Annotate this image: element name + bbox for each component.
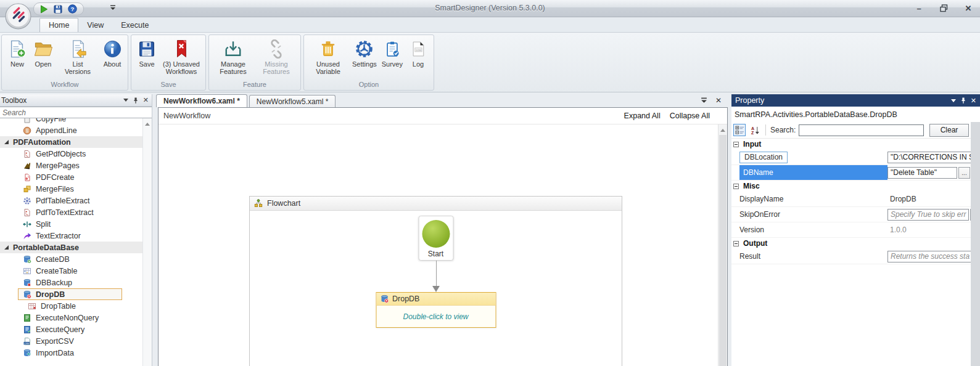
tab-view[interactable]: View [78, 18, 112, 32]
property-row-version[interactable]: Version 1.0.0 [731, 222, 971, 238]
toolbox-item-appendline[interactable]: AppendLine [0, 124, 142, 136]
property-name[interactable]: DBName [739, 165, 887, 180]
toolbox-item-mergepages[interactable]: MergePages [0, 160, 142, 171]
toolbox-category-pdfautomation[interactable]: PDFAutomation [0, 136, 142, 148]
play-icon [40, 5, 48, 14]
toolbox-item-getpdfobjects[interactable]: GetPdfObjects [0, 148, 142, 160]
toolbox-scrollbar[interactable] [142, 118, 152, 366]
toolbox-item-pdftableextract[interactable]: PdfTableExtract [0, 195, 142, 206]
property-row-skiponerror[interactable]: SkipOnError Specify True to skip err ... [731, 207, 971, 222]
collapse-all-button[interactable]: Collapse All [670, 112, 710, 120]
dbname-ellipsis-button[interactable]: ... [958, 167, 970, 179]
tab-newworkflow6[interactable]: NewWorkflow6.xaml * [156, 94, 247, 107]
tab-newworkflow5[interactable]: NewWorkflow5.xaml * [249, 95, 336, 107]
category-output[interactable]: Output [731, 238, 971, 249]
property-name[interactable]: DisplayName [739, 192, 887, 206]
dropdb-activity-node[interactable]: DropDB Double-click to view [376, 292, 496, 328]
toolbox-item-droptable[interactable]: DropTable [0, 300, 142, 312]
property-name[interactable]: Result [739, 249, 887, 264]
toolbox-item-split[interactable]: Split [0, 218, 142, 230]
unused-variable-button[interactable]: Unused Variable [307, 37, 350, 76]
flowchart-activity[interactable]: Flowchart Start [249, 196, 622, 366]
displayname-value[interactable]: DropDB [887, 195, 916, 203]
log-button[interactable]: LOG Log [405, 37, 431, 68]
tab-close-icon[interactable]: ✕ [715, 96, 722, 105]
toolbox-item-pdftotextextract[interactable]: PdfToTextExtract [0, 206, 142, 218]
category-input[interactable]: Input [731, 139, 971, 150]
pin-icon[interactable] [961, 97, 966, 104]
toolbox-item-executequery[interactable]: ExecuteQuery [0, 323, 142, 335]
category-misc[interactable]: Misc [731, 181, 971, 192]
save-button[interactable]: Save [134, 37, 160, 68]
toolbox-category-portabledatabase[interactable]: PortableDataBase [0, 242, 142, 253]
toolbox-item-executenonquery[interactable]: ExecuteNonQuery [0, 312, 142, 323]
property-name-focus[interactable]: DBLocation [739, 152, 788, 163]
sort-alphabetical-button[interactable]: A Z [749, 124, 761, 136]
toolbox-item-textextractor[interactable]: TextExtractor [0, 230, 142, 242]
property-menu-icon[interactable] [951, 99, 956, 105]
property-name[interactable]: SkipOnError [739, 207, 887, 222]
survey-button[interactable]: Survey [379, 37, 405, 68]
property-row-dblocation[interactable]: DBLocation "D:\CORRECTIONS IN S ... [731, 150, 971, 165]
skiponerror-value-input[interactable]: Specify True to skip err [887, 209, 969, 221]
manage-features-button[interactable]: Manage Features [212, 37, 255, 76]
toolbox-close-icon[interactable]: ✕ [143, 96, 149, 104]
minimize-button[interactable]: – [911, 2, 927, 14]
toolbox-item-copyfile[interactable]: CopyFile [0, 118, 142, 124]
toolbox-item-pdfcreate[interactable]: PDFCreate [0, 171, 142, 183]
dbname-value-input[interactable]: "Delete Table" [887, 167, 957, 179]
toolbox-item-dbbackup[interactable]: DBBackup [0, 277, 142, 288]
close-button[interactable]: ✕ [960, 2, 976, 14]
list-versions-button[interactable]: List Versions [56, 37, 99, 76]
property-row-displayname[interactable]: DisplayName DropDB [731, 192, 971, 207]
help-button[interactable]: ? [67, 4, 77, 14]
toolbox-title: Toolbox [1, 96, 123, 105]
qat-menu-button[interactable] [110, 5, 117, 10]
open-button[interactable]: Open [30, 37, 56, 68]
dropdb-activity-title: DropDB [392, 295, 419, 303]
collapse-minus-icon[interactable] [733, 241, 739, 246]
breadcrumb[interactable]: NewWorkflow [163, 112, 624, 120]
property-search-input[interactable] [799, 124, 924, 136]
app-logo[interactable] [5, 3, 31, 30]
clear-button[interactable]: Clear [929, 124, 969, 137]
expand-all-button[interactable]: Expand All [624, 112, 661, 120]
toolbox-menu-icon[interactable] [123, 99, 128, 104]
designer-area: NewWorkflow6.xaml * NewWorkflow5.xaml * … [156, 94, 731, 366]
tab-list-icon[interactable] [701, 97, 707, 104]
collapse-minus-icon[interactable] [733, 184, 739, 189]
new-button[interactable]: New [4, 37, 30, 68]
settings-button[interactable]: Settings [350, 37, 379, 68]
property-row-result[interactable]: Result Returns the success sta ... [731, 249, 971, 264]
start-node[interactable]: Start [418, 216, 453, 261]
toolbox-item-createdb[interactable]: CreateDB [0, 253, 142, 265]
property-close-icon[interactable]: ✕ [971, 97, 976, 105]
collapse-minus-icon[interactable] [733, 142, 739, 147]
quick-save-button[interactable] [53, 4, 63, 14]
designer-scrollbar[interactable] [718, 124, 727, 366]
categorize-button[interactable] [733, 124, 746, 136]
tab-home[interactable]: Home [39, 18, 78, 32]
toolbox-item-mergefiles[interactable]: MergeFiles [0, 183, 142, 195]
missing-features-button[interactable]: Missing Features [255, 37, 298, 76]
tab-execute[interactable]: Execute [112, 18, 157, 32]
pin-icon[interactable] [133, 97, 138, 104]
scrollbar-thumb[interactable] [719, 135, 727, 366]
breadcrumb-bar: NewWorkflow Expand All Collapse All [159, 108, 727, 124]
run-button[interactable] [39, 4, 49, 14]
unsaved-workflows-button[interactable]: (3) Unsaved Workflows [160, 37, 203, 76]
property-name[interactable]: DBLocation [739, 150, 887, 165]
flowchart-header[interactable]: Flowchart [250, 197, 622, 211]
toolbox-item-exportcsv[interactable]: CSV ExportCSV [0, 335, 142, 347]
result-value-input[interactable]: Returns the success sta [887, 251, 973, 262]
toolbox-item-createtable[interactable]: CreateTable [0, 265, 142, 277]
toolbox-item-dropdb[interactable]: DropDB [18, 288, 122, 300]
about-button[interactable]: About [99, 37, 125, 68]
toolbox-search-input[interactable] [0, 107, 152, 118]
toolbox-item-importdata[interactable]: ImportData [0, 347, 142, 359]
property-row-dbname[interactable]: DBName "Delete Table" ... [731, 165, 971, 181]
property-scrollbar-gutter[interactable] [971, 122, 980, 366]
dblocation-value-input[interactable]: "D:\CORRECTIONS IN S [887, 152, 977, 163]
property-name[interactable]: Version [739, 222, 887, 237]
restore-button[interactable] [936, 2, 952, 14]
